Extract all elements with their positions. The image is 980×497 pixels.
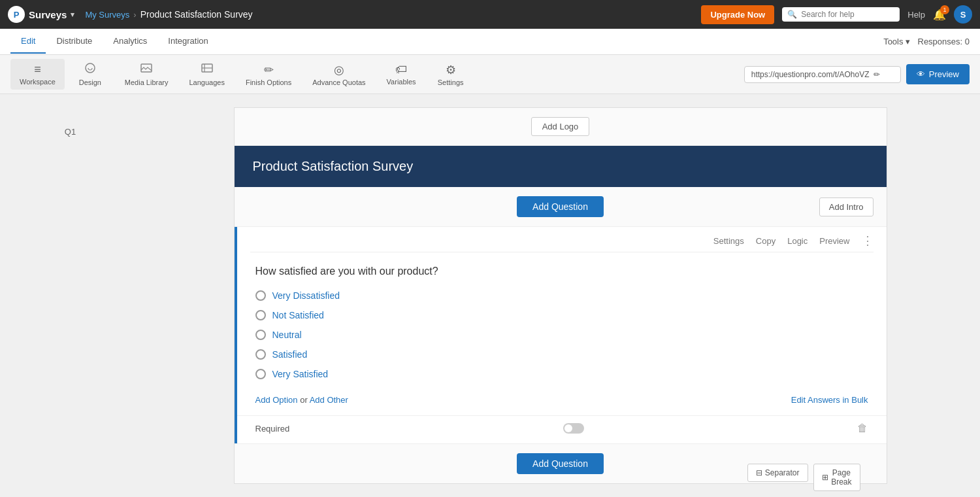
survey-url: https://questionpro.com/t/AOhoVZ	[751, 70, 870, 79]
secondary-nav-tabs: Edit Distribute Analytics Integration	[10, 29, 219, 54]
toolbar-languages[interactable]: Languages	[180, 58, 233, 90]
add-other-link[interactable]: Add Other	[310, 395, 348, 405]
breadcrumb-home[interactable]: My Surveys	[85, 10, 129, 20]
settings-label: Settings	[438, 78, 464, 86]
question-block: Settings Copy Logic Preview ⋮ How satisf…	[235, 227, 887, 443]
secondary-nav: Edit Distribute Analytics Integration To…	[0, 29, 980, 55]
survey-url-box: https://questionpro.com/t/AOhoVZ ✏	[744, 66, 901, 83]
toolbar: ≡ Workspace Design Media Library Languag…	[0, 55, 980, 94]
question-settings-button[interactable]: Settings	[713, 236, 744, 246]
toolbar-workspace[interactable]: ≡ Workspace	[10, 59, 65, 90]
search-icon: 🔍	[787, 10, 797, 19]
variables-label: Variables	[387, 78, 416, 86]
design-label: Design	[79, 78, 101, 86]
breadcrumb-separator: ›	[133, 10, 136, 20]
separator-icon: ⊟	[756, 468, 762, 477]
option-label-4: Satisfied	[272, 349, 308, 360]
toolbar-settings[interactable]: ⚙ Settings	[428, 59, 474, 90]
required-label: Required	[255, 424, 290, 434]
secondary-nav-right: Tools ▾ Responses: 0	[883, 37, 970, 46]
option-label-5: Very Satisfied	[272, 369, 329, 379]
workspace-icon: ≡	[34, 63, 41, 77]
user-avatar[interactable]: S	[954, 5, 972, 24]
toolbar-media-library[interactable]: Media Library	[116, 58, 178, 90]
toolbar-design[interactable]: Design	[67, 58, 113, 90]
radio-circle-2[interactable]	[255, 310, 266, 320]
or-separator: or	[300, 395, 309, 405]
radio-circle-4[interactable]	[255, 349, 266, 360]
add-option-links: Add Option or Add Other	[255, 395, 348, 405]
option-label-3: Neutral	[272, 330, 302, 340]
add-question-button-top[interactable]: Add Question	[517, 196, 604, 217]
add-intro-button[interactable]: Add Intro	[819, 197, 874, 216]
add-question-bar-bottom: Add Question ⊟ Separator ⊞ Page Break	[235, 443, 887, 483]
notification-badge: 1	[940, 5, 949, 14]
breadcrumb: My Surveys › Product Satisfaction Survey	[85, 9, 252, 20]
survey-area: Add Logo Product Satisfaction Survey Add…	[140, 94, 980, 497]
page-break-button[interactable]: ⊞ Page Break	[813, 464, 860, 491]
upgrade-button[interactable]: Upgrade Now	[701, 5, 774, 24]
option-label-1: Very Dissatisfied	[272, 290, 340, 301]
page-break-icon: ⊞	[822, 473, 828, 482]
brand-dropdown-icon[interactable]: ▾	[71, 10, 74, 19]
delete-question-icon[interactable]: 🗑	[857, 422, 868, 434]
toolbar-right: https://questionpro.com/t/AOhoVZ ✏ 👁 Pre…	[744, 64, 970, 84]
question-preview-button[interactable]: Preview	[819, 236, 849, 246]
survey-header: Product Satisfaction Survey	[235, 146, 887, 187]
help-label[interactable]: Help	[907, 10, 925, 20]
search-input[interactable]	[801, 10, 894, 19]
survey-container: Add Logo Product Satisfaction Survey Add…	[234, 107, 887, 484]
option-label-2: Not Satisfied	[272, 310, 324, 320]
options-list: Very Dissatisfied Not Satisfied Neutral …	[237, 284, 887, 392]
toolbar-finish-options[interactable]: ✏ Finish Options	[237, 59, 301, 90]
left-sidebar: Q1	[0, 94, 140, 497]
tools-button[interactable]: Tools ▾	[883, 37, 909, 46]
separator-button[interactable]: ⊟ Separator	[747, 464, 808, 482]
question-sidebar-label: Q1	[65, 127, 76, 137]
media-library-label: Media Library	[125, 78, 169, 86]
finish-options-icon: ✏	[264, 63, 274, 77]
required-row: Required 🗑	[237, 415, 887, 443]
languages-icon	[201, 62, 214, 77]
add-logo-bar: Add Logo	[235, 108, 887, 146]
top-nav-right: Upgrade Now 🔍 Help 🔔 1 S	[701, 5, 972, 24]
preview-eye-icon: 👁	[917, 69, 925, 79]
list-item: Not Satisfied	[255, 310, 868, 320]
brand-logo: P	[8, 6, 25, 23]
search-box: 🔍	[782, 7, 900, 22]
radio-circle-5[interactable]	[255, 369, 266, 379]
brand-name: Surveys	[29, 9, 67, 20]
required-toggle[interactable]	[563, 423, 584, 434]
radio-circle-3[interactable]	[255, 330, 266, 340]
question-text: How satisfied are you with our product?	[237, 252, 887, 284]
add-option-link[interactable]: Add Option	[255, 395, 298, 405]
edit-bulk-button[interactable]: Edit Answers in Bulk	[791, 395, 868, 405]
question-more-icon[interactable]: ⋮	[862, 233, 874, 248]
tab-integration[interactable]: Integration	[157, 29, 218, 54]
tab-distribute[interactable]: Distribute	[46, 29, 103, 54]
design-icon	[84, 62, 97, 77]
url-edit-icon[interactable]: ✏	[874, 70, 880, 79]
toolbar-advance-quotas[interactable]: ◎ Advance Quotas	[303, 59, 374, 90]
add-question-bar-top: Add Question Add Intro	[235, 187, 887, 227]
toolbar-variables[interactable]: 🏷 Variables	[378, 59, 425, 90]
question-copy-button[interactable]: Copy	[756, 236, 776, 246]
radio-circle-1[interactable]	[255, 290, 266, 301]
tab-edit[interactable]: Edit	[10, 29, 46, 54]
add-logo-button[interactable]: Add Logo	[531, 117, 590, 136]
advance-quotas-label: Advance Quotas	[312, 78, 365, 86]
tab-analytics[interactable]: Analytics	[103, 29, 157, 54]
question-actions: Settings Copy Logic Preview ⋮	[237, 227, 887, 252]
question-logic-button[interactable]: Logic	[787, 236, 808, 246]
settings-icon: ⚙	[446, 63, 456, 77]
survey-title: Product Satisfaction Survey	[253, 159, 414, 173]
languages-label: Languages	[189, 78, 224, 86]
add-question-button-bottom[interactable]: Add Question	[517, 453, 604, 474]
breadcrumb-current: Product Satisfaction Survey	[140, 9, 253, 20]
brand: P Surveys ▾	[8, 6, 74, 23]
main-layout: Q1 Add Logo Product Satisfaction Survey …	[0, 94, 980, 497]
preview-button[interactable]: 👁 Preview	[906, 64, 970, 84]
list-item: Very Dissatisfied	[255, 290, 868, 301]
list-item: Very Satisfied	[255, 369, 868, 379]
notification-bell[interactable]: 🔔 1	[933, 9, 946, 21]
